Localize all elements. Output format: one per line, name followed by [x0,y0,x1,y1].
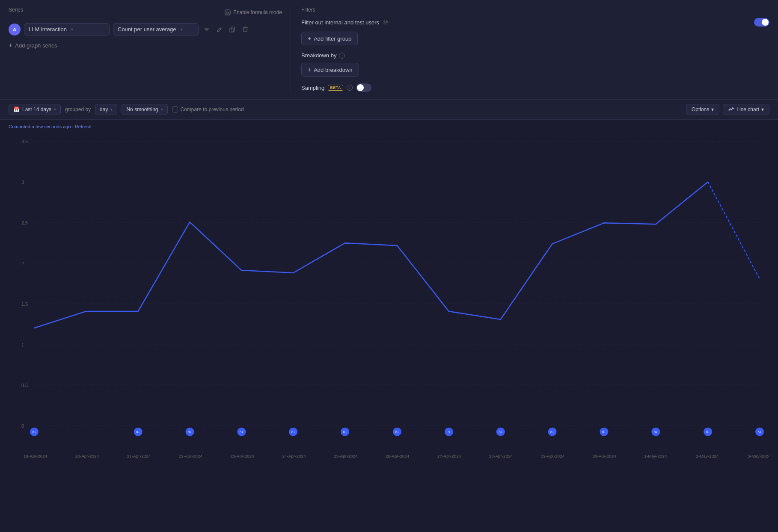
options-label: Options [692,106,709,112]
breakdown-info-icon: i [339,53,345,59]
svg-text:f(x): f(x) [226,11,230,15]
x-label-6: 25-Apr-2024 [334,454,358,458]
add-filter-group-button[interactable]: + Add filter group [301,32,358,45]
breakdown-text: Breakdown by [301,52,336,59]
series-name-value: LLM interaction [29,26,67,33]
chart-area: Computed a few seconds ago · Refresh 3.5… [0,120,778,483]
dot-label-2: 0+ [136,430,140,434]
formula-mode-button[interactable]: f(x) Enable formula mode [225,9,282,15]
x-label-4: 23-Apr-2024 [230,454,254,458]
series-copy-button[interactable] [228,25,237,34]
group-period-value: day [100,106,108,112]
x-label-13: 2-May-2024 [696,454,719,458]
sampling-beta-badge: BETA [328,85,343,91]
sampling-label: Sampling [301,85,324,91]
sampling-info-icon: i [347,85,353,91]
filter-icon [204,27,210,33]
top-panel: Series f(x) Enable formula mode A LLM in… [0,0,778,99]
dot-label-14: 5+ [757,430,761,434]
smoothing-dropdown[interactable]: No smoothing ▾ [122,104,167,115]
add-breakdown-plus-icon: + [308,66,311,73]
dot-label-12: 0+ [654,430,658,434]
dot-label-9: 0+ [499,430,502,434]
series-filter-button[interactable] [202,25,211,34]
filters-label: Filters [301,7,769,13]
series-name-dropdown[interactable]: LLM interaction ▾ [24,23,110,35]
chart-type-button[interactable]: Line chart ▾ [723,104,769,115]
compare-checkbox[interactable] [172,106,178,112]
dot-label-3: 0+ [188,430,192,434]
smoothing-chevron-icon: ▾ [161,107,163,112]
gear-icon [383,19,389,25]
svg-rect-6 [231,27,235,31]
add-breakdown-label: Add breakdown [314,67,352,73]
dot-label-7: 0+ [395,430,399,434]
dashed-data-line [708,182,760,279]
add-filter-group-label: Add filter group [314,35,351,42]
y-label-3-5: 3.5 [21,139,28,144]
date-range-dropdown[interactable]: 📅 Last 14 days ▾ [9,104,61,115]
dot-label-6: 0+ [343,430,347,434]
series-type-dropdown[interactable]: Count per user average ▾ [113,23,199,35]
filter-internal-text: Filter out internal and test users [301,19,379,26]
options-chevron-icon: ▾ [711,106,714,112]
x-label-8: 27-Apr-2024 [437,454,461,458]
formula-mode-label: Enable formula mode [233,9,282,15]
x-label-11: 30-Apr-2024 [592,454,616,458]
smoothing-value: No smoothing [126,106,158,112]
add-series-plus-icon: + [9,41,12,49]
sampling-toggle[interactable] [356,83,371,92]
filter-internal-toggle[interactable] [754,18,769,27]
date-range-chevron-icon: ▾ [54,107,56,112]
dot-label-13: 0+ [706,430,710,434]
svg-point-12 [383,20,388,24]
series-type-value: Count per user average [118,26,176,33]
computed-text: Computed a few seconds ago [9,124,71,129]
svg-rect-8 [243,28,247,32]
compare-checkbox-row: Compare to previous period [172,106,244,112]
x-label-9: 28-Apr-2024 [489,454,513,458]
trash-icon [242,27,248,33]
date-range-value: Last 14 days [22,106,51,112]
computed-label: Computed a few seconds ago · Refresh [9,124,769,129]
series-type-chevron-icon: ▾ [181,27,183,32]
chart-type-label: Line chart [736,106,759,112]
dot-label-11: 0+ [602,430,606,434]
y-label-1-5: 1.5 [21,301,28,307]
toolbar-right: Options ▾ Line chart ▾ [686,104,769,115]
y-label-2-5: 2.5 [21,220,28,225]
y-label-0: 0 [21,423,24,429]
group-period-chevron-icon: ▾ [110,107,113,112]
add-breakdown-button[interactable]: + Add breakdown [301,63,359,77]
dot-label-8: 3 [448,430,450,434]
x-label-12: 1-May-2024 [644,454,667,458]
chart-type-chevron-icon: ▾ [761,106,764,112]
add-series-button[interactable]: + Add graph series [9,41,57,49]
edit-icon [217,27,223,33]
dot-label-10: 0+ [550,430,554,434]
x-label-14: 3-May-2024 [748,454,769,458]
copy-icon [229,27,235,33]
svg-point-11 [385,21,387,24]
group-period-dropdown[interactable]: day ▾ [95,104,117,115]
series-label: Series [9,7,23,13]
avatar: A [9,24,21,35]
x-label-7: 26-Apr-2024 [386,454,410,458]
series-row: A LLM interaction ▾ Count per user avera… [9,23,282,35]
sampling-row: Sampling BETA i [301,83,769,92]
x-label-1: 20-Apr-2024 [75,454,99,458]
dot-label-4: 0+ [240,430,243,434]
refresh-link[interactable]: Refresh [75,124,92,129]
compare-label: Compare to previous period [181,106,244,112]
formula-icon: f(x) [225,9,231,15]
x-label-3: 22-Apr-2024 [179,454,203,458]
series-delete-button[interactable] [241,25,250,34]
chart-svg: 3.5 3 2.5 2 1.5 1 0.5 0 19-Apr-2024 2 [9,133,769,483]
series-edit-button[interactable] [215,25,224,34]
x-label-10: 29-Apr-2024 [541,454,565,458]
main-data-line [34,182,708,328]
x-label-0: 19-Apr-2024 [24,454,48,458]
y-label-3: 3 [21,180,24,185]
options-button[interactable]: Options ▾ [686,104,719,115]
x-label-2: 21-Apr-2024 [127,454,151,458]
